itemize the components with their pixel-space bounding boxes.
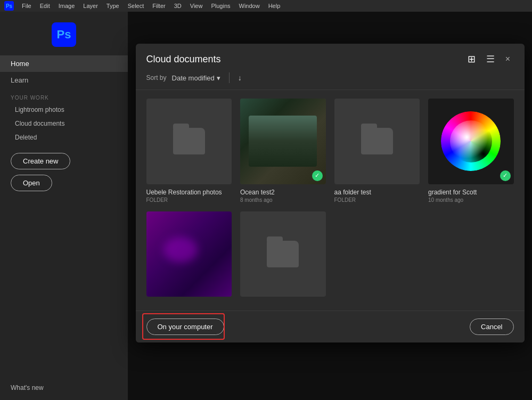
- sort-dropdown[interactable]: Date modified ▾: [172, 74, 220, 82]
- open-button[interactable]: Open: [11, 175, 52, 191]
- cave-thumbnail: [240, 99, 326, 184]
- menu-file[interactable]: File: [18, 2, 35, 10]
- menu-select[interactable]: Select: [124, 2, 148, 10]
- cloud-documents-modal: Cloud documents ⊞ ☰ × Sort by Date modif…: [136, 44, 525, 342]
- doc-name-uebele: Uebele Restoration photos: [146, 189, 232, 196]
- menu-view[interactable]: View: [186, 2, 207, 10]
- sidebar-item-home[interactable]: Home: [0, 55, 128, 72]
- doc-name-gradient: gradient for Scott: [428, 189, 514, 196]
- doc-thumb-aa-folder: [334, 99, 420, 184]
- on-your-computer-button[interactable]: On your computer: [146, 319, 224, 335]
- sidebar: Ps Home Learn YOUR WORK Lightroom photos…: [0, 12, 128, 400]
- doc-item-uebele[interactable]: Uebele Restoration photos FOLDER: [146, 99, 232, 203]
- modal-overlay: Cloud documents ⊞ ☰ × Sort by Date modif…: [128, 12, 532, 400]
- sync-badge-ocean: ✓: [312, 170, 323, 181]
- modal-body: Uebele Restoration photos FOLDER ✓ Ocean…: [136, 90, 525, 311]
- modal-toolbar: Sort by Date modified ▾ ↓: [136, 66, 525, 90]
- app-body: Ps Home Learn YOUR WORK Lightroom photos…: [0, 12, 532, 400]
- folder-icon-3: [267, 241, 299, 267]
- cancel-button[interactable]: Cancel: [470, 319, 513, 335]
- doc-thumb-neon: [146, 211, 232, 297]
- folder-icon-2: [361, 128, 393, 154]
- modal-header: Cloud documents ⊞ ☰ ×: [136, 44, 525, 66]
- doc-name-ocean: Ocean test2: [240, 189, 326, 196]
- doc-item-folder2[interactable]: [240, 211, 326, 303]
- main-content: Cloud documents ⊞ ☰ × Sort by Date modif…: [128, 12, 532, 400]
- sidebar-bottom: What's new: [0, 379, 128, 400]
- docs-grid: Uebele Restoration photos FOLDER ✓ Ocean…: [146, 99, 514, 302]
- neon-thumbnail: [146, 211, 232, 297]
- folder-icon: [173, 128, 205, 154]
- grid-view-button[interactable]: ⊞: [464, 52, 479, 66]
- doc-meta-uebele: FOLDER: [146, 197, 232, 203]
- menu-window[interactable]: Window: [235, 2, 264, 10]
- doc-thumb-uebele: [146, 99, 232, 184]
- doc-thumb-folder2: [240, 211, 326, 297]
- sidebar-item-cloud-documents[interactable]: Cloud documents: [0, 117, 128, 130]
- sidebar-section-your-work: YOUR WORK: [0, 88, 128, 103]
- sidebar-item-lightroom[interactable]: Lightroom photos: [0, 103, 128, 117]
- doc-thumb-gradient: ✓: [428, 99, 514, 184]
- close-button[interactable]: ×: [502, 53, 514, 65]
- ps-logo: Ps: [52, 22, 76, 47]
- menu-type[interactable]: Type: [103, 2, 123, 10]
- menu-filter[interactable]: Filter: [149, 2, 169, 10]
- sort-direction-button[interactable]: ↓: [238, 74, 242, 82]
- menu-help[interactable]: Help: [265, 2, 284, 10]
- doc-item-ocean[interactable]: ✓ Ocean test2 8 months ago: [240, 99, 326, 203]
- list-view-button[interactable]: ☰: [483, 52, 498, 66]
- sidebar-item-learn[interactable]: Learn: [0, 72, 128, 88]
- doc-item-neon[interactable]: [146, 211, 232, 303]
- toolbar-divider: [229, 72, 230, 83]
- modal-footer: On your computer Cancel: [136, 311, 525, 342]
- menu-image[interactable]: Image: [55, 2, 79, 10]
- whats-new-link[interactable]: What's new: [11, 384, 117, 391]
- sort-by-label: Sort by: [146, 74, 167, 81]
- modal-title: Cloud documents: [146, 54, 221, 65]
- menu-bar: Ps File Edit Image Layer Type Select Fil…: [0, 0, 532, 12]
- sidebar-buttons: Create new Open: [11, 153, 117, 191]
- create-new-button[interactable]: Create new: [11, 153, 70, 169]
- doc-thumb-ocean: ✓: [240, 99, 326, 184]
- doc-meta-ocean: 8 months ago: [240, 197, 326, 203]
- doc-item-aa-folder[interactable]: aa folder test FOLDER: [334, 99, 420, 203]
- chevron-down-icon: ▾: [217, 74, 220, 82]
- sidebar-item-deleted[interactable]: Deleted: [0, 130, 128, 144]
- app-icon: Ps: [4, 1, 14, 11]
- doc-meta-aa-folder: FOLDER: [334, 197, 420, 203]
- menu-edit[interactable]: Edit: [36, 2, 54, 10]
- sync-badge-gradient: ✓: [500, 170, 511, 181]
- menu-plugins[interactable]: Plugins: [207, 2, 234, 10]
- menu-3d[interactable]: 3D: [170, 2, 185, 10]
- menu-layer[interactable]: Layer: [79, 2, 102, 10]
- color-wheel-thumbnail: [441, 111, 501, 171]
- doc-name-aa-folder: aa folder test: [334, 189, 420, 196]
- doc-meta-gradient: 10 months ago: [428, 197, 514, 203]
- doc-item-gradient[interactable]: ✓ gradient for Scott 10 months ago: [428, 99, 514, 203]
